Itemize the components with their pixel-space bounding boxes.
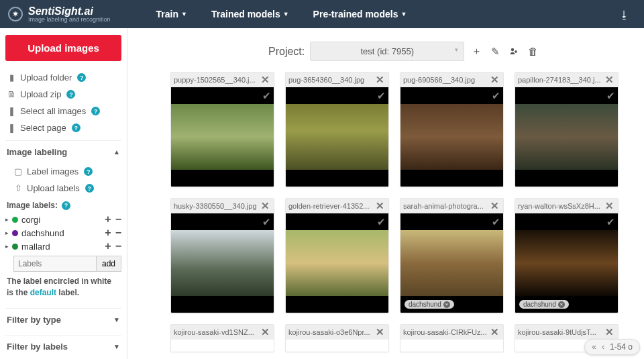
minus-icon[interactable]: −: [115, 227, 121, 238]
image-card[interactable]: ryan-walton-wsSsXz8H... ✕ ✔ dachshund×: [515, 198, 619, 313]
card-header: papillon-274183__340.j... ✕: [515, 72, 618, 87]
share-project-button[interactable]: [507, 45, 521, 58]
color-dot: [12, 230, 18, 236]
image-card[interactable]: papillon-274183__340.j... ✕ ✔: [515, 72, 619, 187]
logo[interactable]: ✷ SentiSight.ai Image labeling and recog…: [8, 6, 111, 23]
help-icon[interactable]: ?: [84, 167, 93, 176]
upload-zip[interactable]: 🗎Upload zip?: [5, 86, 121, 103]
chevron-down-icon: ▼: [400, 11, 407, 17]
label-images[interactable]: ▢Label images?: [5, 163, 121, 180]
card-header: kojirou-sasaki-9tUdjsT... ✕: [515, 325, 618, 340]
image-card[interactable]: kojirou-sasaki-o3e6Npr... ✕: [285, 324, 389, 352]
section-image-labeling[interactable]: Image labeling▲: [5, 140, 121, 163]
check-icon[interactable]: ✔: [262, 216, 271, 228]
card-header: kojirou-sasaki-o3e6Npr... ✕: [286, 325, 388, 340]
delete-project-button[interactable]: 🗑: [526, 45, 539, 58]
close-icon[interactable]: ✕: [489, 200, 500, 212]
pager-first[interactable]: «: [592, 342, 596, 352]
help-icon[interactable]: ?: [91, 107, 100, 115]
check-icon[interactable]: ✔: [262, 90, 271, 102]
check-icon[interactable]: ✔: [492, 90, 500, 102]
project-select[interactable]: test (id: 7955): [310, 42, 464, 61]
close-icon[interactable]: ✕: [260, 200, 271, 212]
check-icon[interactable]: ✔: [377, 216, 386, 228]
help-icon[interactable]: ?: [72, 123, 80, 132]
upload-labels[interactable]: ⇧Upload labels?: [5, 180, 121, 197]
check-icon[interactable]: ✔: [377, 90, 386, 102]
close-icon[interactable]: ✕: [260, 74, 271, 86]
label-input[interactable]: [13, 256, 97, 272]
upload-folder[interactable]: ▮Upload folder?: [5, 69, 121, 86]
nav-trained-models[interactable]: Trained models▼: [199, 9, 301, 19]
card-header: kojirou-sasaki-CIRkFUz... ✕: [400, 325, 503, 340]
section-filter-type[interactable]: Filter by type▼: [5, 308, 121, 331]
label-name: mallard: [21, 242, 50, 252]
filename: puppy-1502565__340.j...: [174, 76, 260, 84]
thumbnail[interactable]: ✔: [515, 87, 618, 187]
thumbnail[interactable]: ✔: [286, 213, 388, 313]
close-icon[interactable]: ✕: [374, 326, 386, 338]
thumbnail[interactable]: ✔ dachshund×: [515, 213, 618, 313]
thumbnail[interactable]: ✔: [286, 87, 388, 187]
label-row[interactable]: ▸ corgi +−: [5, 213, 121, 226]
close-icon[interactable]: ✕: [489, 326, 500, 338]
color-dot: [12, 244, 18, 250]
thumbnail[interactable]: ✔: [400, 87, 503, 187]
card-header: puppy-1502565__340.j... ✕: [171, 72, 274, 87]
image-card[interactable]: pug-3654360__340.jpg ✕ ✔: [285, 72, 389, 187]
card-header: sarah-animal-photogra... ✕: [400, 199, 503, 213]
label-row[interactable]: ▸ dachshund +−: [5, 226, 121, 240]
check-icon[interactable]: ✔: [492, 216, 500, 228]
plus-icon[interactable]: +: [105, 227, 111, 238]
thumbnail[interactable]: ✔: [171, 87, 274, 187]
help-icon[interactable]: ?: [66, 90, 75, 99]
nav-pretrained-models[interactable]: Pre-trained models▼: [301, 9, 419, 19]
add-label-button[interactable]: add: [97, 256, 121, 272]
section-filter-labels[interactable]: Filter by labels▼: [5, 335, 121, 358]
close-icon[interactable]: ✕: [260, 326, 271, 338]
thumbnail[interactable]: ✔: [171, 213, 274, 313]
help-icon[interactable]: ?: [85, 184, 94, 193]
image-card[interactable]: sarah-animal-photogra... ✕ ✔ dachshund×: [400, 198, 504, 313]
image-tag: dachshund×: [519, 300, 569, 309]
upload-images-button[interactable]: Upload images: [5, 35, 121, 61]
remove-tag-icon[interactable]: ×: [443, 301, 450, 308]
pager: « ‹ 1-54 o: [584, 339, 640, 355]
select-page[interactable]: ❚Select page?: [5, 119, 121, 136]
close-icon[interactable]: ✕: [604, 326, 615, 338]
close-icon[interactable]: ✕: [604, 200, 615, 212]
image-card[interactable]: kojirou-sasaki-vd1SNZ... ✕: [170, 324, 274, 352]
label-name: corgi: [21, 215, 40, 225]
help-icon[interactable]: ?: [77, 73, 86, 82]
close-icon[interactable]: ✕: [489, 74, 500, 86]
image-card[interactable]: puppy-1502565__340.j... ✕ ✔: [170, 72, 274, 187]
filename: kojirou-sasaki-vd1SNZ...: [174, 328, 260, 336]
download-icon[interactable]: ⭳: [612, 9, 636, 20]
triangle-icon: ▸: [5, 216, 9, 223]
check-icon[interactable]: ✔: [606, 90, 615, 102]
pager-prev[interactable]: ‹: [602, 342, 604, 352]
plus-icon[interactable]: +: [105, 241, 111, 252]
thumbnail[interactable]: ✔ dachshund×: [400, 213, 503, 313]
close-icon[interactable]: ✕: [604, 74, 615, 86]
close-icon[interactable]: ✕: [374, 200, 386, 212]
minus-icon[interactable]: −: [115, 241, 121, 252]
card-header: pug-3654360__340.jpg ✕: [286, 72, 388, 87]
file-icon: 🗎: [7, 89, 16, 99]
help-icon[interactable]: ?: [62, 201, 70, 210]
remove-tag-icon[interactable]: ×: [558, 301, 565, 308]
image-card[interactable]: pug-690566__340.jpg ✕ ✔: [400, 72, 504, 187]
nav-train[interactable]: Train▼: [144, 9, 199, 19]
check-icon[interactable]: ✔: [606, 216, 615, 228]
plus-icon[interactable]: +: [105, 214, 111, 225]
select-all-images[interactable]: ❚Select all images?: [5, 103, 121, 119]
image-card[interactable]: husky-3380550__340.jpg ✕ ✔: [170, 198, 274, 313]
edit-project-button[interactable]: ✎: [488, 45, 502, 58]
minus-icon[interactable]: −: [115, 214, 121, 225]
image-card[interactable]: golden-retriever-41352... ✕ ✔: [285, 198, 389, 313]
close-icon[interactable]: ✕: [374, 74, 386, 86]
filename: sarah-animal-photogra...: [403, 202, 489, 210]
image-card[interactable]: kojirou-sasaki-CIRkFUz... ✕: [400, 324, 504, 352]
label-row[interactable]: ▸ mallard +−: [5, 240, 121, 253]
add-project-button[interactable]: ＋: [470, 45, 483, 58]
